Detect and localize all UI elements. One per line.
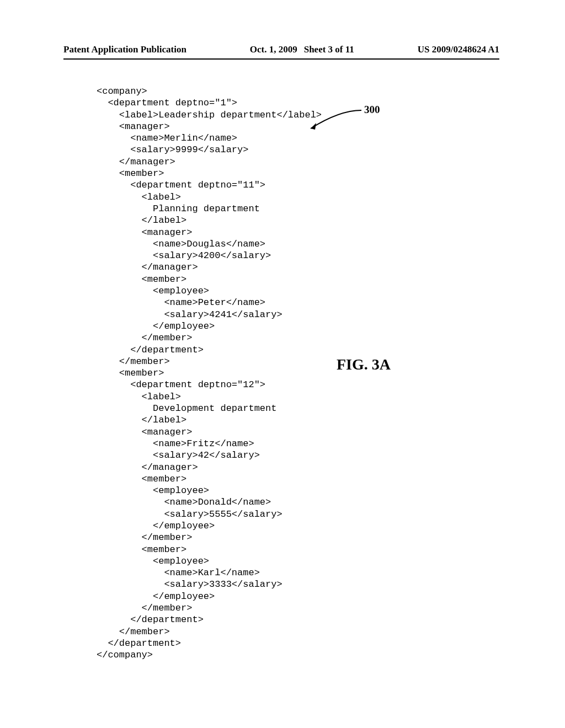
header-line: Patent Application Publication Oct. 1, 2… (63, 44, 499, 60)
header-right: US 2009/0248624 A1 (418, 44, 499, 55)
header-sheet: Sheet 3 of 11 (304, 44, 354, 55)
xml-code-listing: <company> <department deptno="1"> <label… (97, 85, 322, 661)
page-header: Patent Application Publication Oct. 1, 2… (63, 44, 499, 60)
header-date: Oct. 1, 2009 (250, 44, 297, 55)
leader-line-arrow-icon (306, 108, 367, 132)
header-left: Patent Application Publication (63, 44, 186, 55)
figure-label: FIG. 3A (337, 356, 391, 373)
